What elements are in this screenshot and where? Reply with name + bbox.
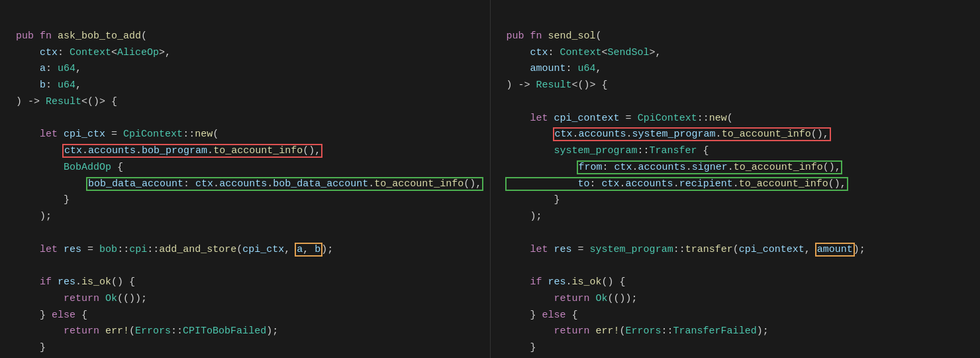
param-amount: amount xyxy=(530,63,566,74)
var-res-r: res xyxy=(554,244,572,255)
type-context-r: Context xyxy=(560,47,602,58)
type-bobaddop: BobAddOp xyxy=(64,162,111,173)
type-result: Result xyxy=(46,96,81,107)
kw-let-r2: let xyxy=(530,244,548,255)
fn-send-sol: send_sol xyxy=(548,30,596,42)
kw-return-2: return xyxy=(64,326,99,337)
param-ctx-r: ctx xyxy=(530,47,548,58)
method-add-store: add_and_store xyxy=(159,244,236,255)
left-code-block: pub fn ask_bob_to_add( ctx: Context<Alic… xyxy=(16,12,474,358)
type-aliceop: AliceOp xyxy=(117,47,159,58)
path-bob-cpi: bob xyxy=(99,244,117,255)
path-cpictx: CpiContext xyxy=(123,129,183,140)
highlight-bob-data-account: bob_data_account: ctx.accounts.bob_data_… xyxy=(87,178,482,190)
var-cpi-context: cpi_context xyxy=(554,113,620,124)
var-res-1: res xyxy=(64,244,81,255)
kw-let-r1: let xyxy=(530,113,548,124)
type-u64-a: u64 xyxy=(58,63,75,74)
right-code-block: pub fn send_sol( ctx: Context<SendSol>, … xyxy=(507,12,965,358)
highlight-from-to: from: ctx.accounts.signer.to_account_inf… xyxy=(507,162,847,190)
kw-else-r: else xyxy=(542,310,566,321)
highlight-amount: amount xyxy=(816,244,854,255)
highlight-a-b: a, b xyxy=(296,244,321,255)
kw-fn: fn xyxy=(40,30,52,42)
method-new-r: new xyxy=(709,113,727,124)
kw-pub: pub xyxy=(16,30,34,42)
param-ctx: ctx xyxy=(40,47,58,58)
kw-let-2: let xyxy=(40,244,58,255)
kw-if-1: if xyxy=(40,276,52,288)
kw-return-r2: return xyxy=(554,326,590,337)
kw-fn-r: fn xyxy=(530,30,542,42)
type-context: Context xyxy=(70,47,111,58)
path-system-program: system_program xyxy=(554,145,638,156)
fn-ask-bob: ask_bob_to_add xyxy=(58,30,141,42)
type-u64-b: u64 xyxy=(58,80,75,91)
type-sendsol: SendSol xyxy=(608,47,650,58)
var-cpi-ctx: cpi_ctx xyxy=(64,129,105,140)
right-code-panel: pub fn send_sol( ctx: Context<SendSol>, … xyxy=(491,0,981,358)
highlight-bob-program: ctx.accounts.bob_program.to_account_info… xyxy=(64,145,321,156)
path-cpictx-r: CpiContext xyxy=(638,113,697,124)
type-u64-r: u64 xyxy=(578,63,596,74)
param-b: b xyxy=(40,80,46,91)
kw-return-1: return xyxy=(64,293,99,304)
kw-if-r: if xyxy=(530,276,542,288)
kw-let-1: let xyxy=(40,129,58,140)
method-transfer: transfer xyxy=(685,244,733,255)
type-result-r: Result xyxy=(536,80,572,91)
highlight-system-program: ctx.accounts.system_program.to_account_i… xyxy=(554,129,830,140)
path-system-transfer: system_program xyxy=(590,244,673,255)
kw-return-r1: return xyxy=(554,293,590,304)
method-new: new xyxy=(195,129,213,140)
left-code-panel: pub fn ask_bob_to_add( ctx: Context<Alic… xyxy=(0,0,491,358)
param-a: a xyxy=(40,63,46,74)
kw-pub-r: pub xyxy=(507,30,524,42)
kw-else-1: else xyxy=(52,310,75,321)
